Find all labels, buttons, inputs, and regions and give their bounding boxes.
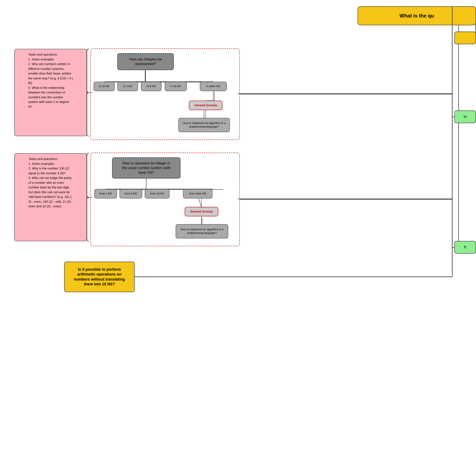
pink-tasks-box-1: Tasks and questions: 1. Solve examples 2…: [14, 49, 87, 136]
bracket2-svg: [86, 153, 92, 241]
section2-general-formula: General formula: [185, 207, 218, 216]
diagram-container: What is the qu in fr How can integers be…: [0, 0, 476, 454]
section2-from2ns: from 2 NS: [94, 189, 117, 198]
section2-from16ns: from 16 NS: [145, 189, 170, 198]
section1-in10ns: in 10 NS: [94, 82, 115, 91]
pink-tasks-box-2: Tasks and questions: 1. Solve examples 2…: [14, 153, 87, 241]
section1-algorithm-node: How to implement an algorithm in a progr…: [178, 118, 230, 132]
top-question-node: What is the qu: [357, 6, 476, 25]
section2-fromotherNS: from other NS: [183, 189, 212, 198]
section1-inotherNS: in other NS: [200, 82, 227, 91]
section1-in2ns: in 2 NS: [117, 82, 138, 91]
green-node-bottom-right: fr: [454, 241, 476, 254]
section1-general-formula: General formula: [189, 101, 223, 110]
section2-main-node: How to represent an integer in the usual…: [112, 158, 180, 179]
bracket1-svg: [86, 49, 92, 136]
section1-in16ns: in 16 NS: [165, 82, 187, 91]
yellow-node-top-right: [454, 31, 476, 44]
green-node-right: in: [454, 111, 476, 123]
section2-from8ns: from 8 NS: [119, 189, 142, 198]
section2-algorithm-node: How to implement an algorithm in a progr…: [176, 224, 228, 238]
bottom-yellow-node: Is it possible to perform arithmetic ope…: [64, 262, 135, 292]
section1-in8ns: in 8 NS: [141, 82, 162, 91]
section1-main-node: How can integers be represented?: [117, 53, 174, 70]
